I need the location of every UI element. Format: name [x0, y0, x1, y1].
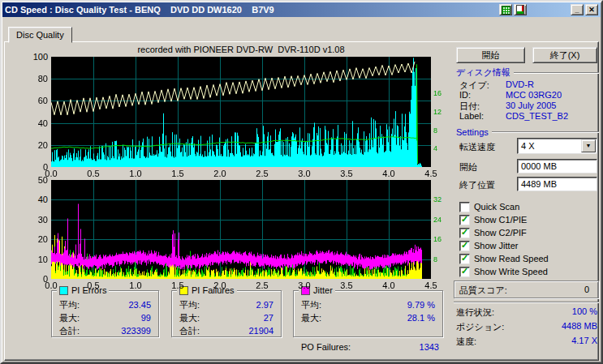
tab-disc-quality[interactable]: Disc Quality — [8, 27, 72, 43]
stat-row: 平均:9.79 % — [294, 299, 442, 312]
right-axis-tick-label: 16 — [433, 89, 441, 97]
disc-type-row: タイプ:DVD-R — [459, 79, 599, 90]
x-axis-tick-label: 3.0 — [295, 169, 314, 178]
stat-row: 合計:323399 — [52, 325, 158, 338]
stat-label: 最大: — [179, 312, 200, 325]
y-axis-tick-label: 20 — [25, 140, 48, 150]
po-failures-value: 1343 — [420, 342, 439, 353]
settings-section-header: Settings — [456, 126, 599, 137]
right-axis-tick-label: 8 — [433, 255, 437, 263]
grid-icon — [502, 6, 510, 15]
checkbox-quick-scan[interactable]: Quick Scan — [459, 201, 519, 212]
progress-value: 100 % — [572, 306, 597, 317]
start-button[interactable]: 開始 — [456, 47, 525, 63]
y-axis-tick-label: 20 — [25, 234, 48, 244]
pi-errors-stats-box: PI Errors 平均:23.45 最大:99 合計:323399 — [51, 290, 159, 337]
titlebar-spacer — [528, 10, 569, 11]
x-axis-tick-label: 2.5 — [252, 169, 272, 178]
x-axis-tick-label: 1.0 — [126, 280, 145, 290]
stat-label: 平均: — [301, 299, 321, 312]
checkbox-show-read-speed[interactable]: Show Read Speed — [459, 253, 549, 264]
x-axis-tick-label: 2.0 — [210, 280, 230, 290]
disc-date-row: 日付:30 July 2005 — [459, 101, 599, 111]
y-axis-tick-label: 30 — [25, 215, 48, 225]
po-failures-label: PO Failures: — [301, 342, 351, 353]
start-position-field[interactable]: 0000 MB — [517, 159, 597, 173]
app-window: CD Speed : Disc Quality Test - BENQ DVD … — [0, 0, 603, 364]
speed-value: 4 X — [521, 141, 535, 151]
jitter-stats-box: Jitter 平均:9.79 % 最大:28.1 % — [293, 290, 443, 337]
checkbox-show-jitter[interactable]: Show Jitter — [459, 240, 518, 251]
right-axis-tick-label: 4 — [433, 144, 437, 152]
checkbox-box[interactable] — [459, 241, 470, 251]
po-failures-row: PO Failures: 1343 — [301, 342, 439, 353]
start-label-row: 開始 — [459, 161, 516, 172]
checkbox-box[interactable] — [459, 202, 470, 212]
window-title: CD Speed : Disc Quality Test - BENQ DVD … — [5, 5, 497, 15]
titlebar[interactable]: CD Speed : Disc Quality Test - BENQ DVD … — [2, 2, 601, 17]
position-value: 4488 MB — [562, 321, 597, 332]
y-axis-tick-label: 100 — [25, 52, 48, 62]
stat-row: 最大:28.1 % — [294, 312, 442, 325]
x-axis-tick-label: 4.0 — [379, 280, 398, 290]
titlebar-grid-icon[interactable] — [499, 4, 512, 15]
stat-label: 合計: — [179, 325, 200, 338]
y-axis-tick-label: 40 — [25, 118, 48, 128]
end-position-field[interactable]: 4489 MB — [517, 177, 597, 191]
checkbox-box[interactable] — [459, 254, 470, 264]
titlebar-doc-icon[interactable] — [514, 4, 527, 15]
y-axis-tick-label: 60 — [25, 96, 48, 105]
stat-label: 平均: — [179, 299, 200, 312]
x-axis-tick-label: 1.5 — [168, 169, 187, 178]
x-axis-tick-label: 2.0 — [210, 169, 230, 178]
stat-value: 323399 — [121, 325, 151, 338]
x-axis-tick-label: 0.5 — [84, 169, 103, 178]
stat-label: 最大: — [59, 312, 80, 325]
end-label-row: 終了位置 — [459, 179, 516, 190]
jitter-title: Jitter — [313, 285, 333, 295]
quality-score-value: 0 — [584, 285, 589, 294]
tab-page: recorded with PIONEER DVD-RW DVR-110D v1… — [4, 41, 599, 361]
recorded-note: recorded with PIONEER DVD-RW DVR-110D v1… — [51, 45, 431, 54]
minimize-button[interactable]: _ — [571, 4, 584, 15]
checkbox-show-write-speed[interactable]: Show Write Speed — [459, 266, 548, 277]
stat-value: 9.79 % — [407, 299, 435, 312]
checkbox-show-c2-pif[interactable]: Show C2/PIF — [459, 227, 527, 238]
disc-label-row: Label:CDS_TEST_B2 — [459, 111, 599, 122]
stat-value: 28.1 % — [407, 312, 435, 325]
stat-label: 合計: — [59, 325, 80, 338]
checkbox-box[interactable] — [459, 267, 470, 277]
stat-row: 平均:2.97 — [172, 299, 281, 312]
y-axis-tick-label: 10 — [25, 255, 48, 264]
x-axis-tick-label: 2.5 — [252, 280, 272, 290]
checkbox-label: Show C2/PIF — [474, 228, 527, 238]
checkbox-box[interactable] — [459, 215, 470, 225]
checkbox-label: Show C1/PIE — [474, 215, 527, 225]
x-axis-tick-label: 3.5 — [337, 169, 356, 178]
right-axis-tick-label: 32 — [433, 195, 441, 203]
speed-select[interactable]: 4 X ▼ — [517, 138, 597, 154]
disc-info-section-header: ディスク情報 — [456, 67, 599, 78]
disc-id-row: ID:MCC 03RG20 — [459, 90, 599, 101]
x-axis-tick-label: 3.0 — [295, 280, 314, 290]
x-axis-tick-label: 4.5 — [421, 280, 441, 290]
settings-title: Settings — [456, 127, 489, 137]
stat-row: 平均:23.45 — [52, 299, 158, 312]
checkbox-show-c1-pie[interactable]: Show C1/PIE — [459, 214, 527, 225]
stat-value: 21904 — [248, 325, 274, 338]
progress-row: 進行状況:100 % — [456, 306, 597, 317]
pi-failures-stats-box: PI Failures 平均:2.97 最大:27 合計:21904 — [171, 290, 282, 337]
disc-info-title: ディスク情報 — [456, 66, 510, 79]
x-axis-tick-label: 0.5 — [84, 280, 103, 290]
stat-row: 合計:21904 — [172, 325, 281, 338]
section-divider — [492, 131, 599, 133]
exit-button[interactable]: 終了(X) — [532, 47, 597, 63]
checkbox-box[interactable] — [459, 228, 470, 238]
checkbox-label: Show Read Speed — [474, 254, 549, 263]
close-button[interactable]: ✕ — [585, 4, 598, 15]
checkbox-label: Show Jitter — [474, 241, 518, 251]
x-axis-tick-label: 1.5 — [168, 280, 187, 290]
separator-line — [454, 302, 599, 303]
chevron-down-icon[interactable]: ▼ — [581, 139, 596, 152]
right-axis-tick-label: 16 — [433, 235, 441, 243]
